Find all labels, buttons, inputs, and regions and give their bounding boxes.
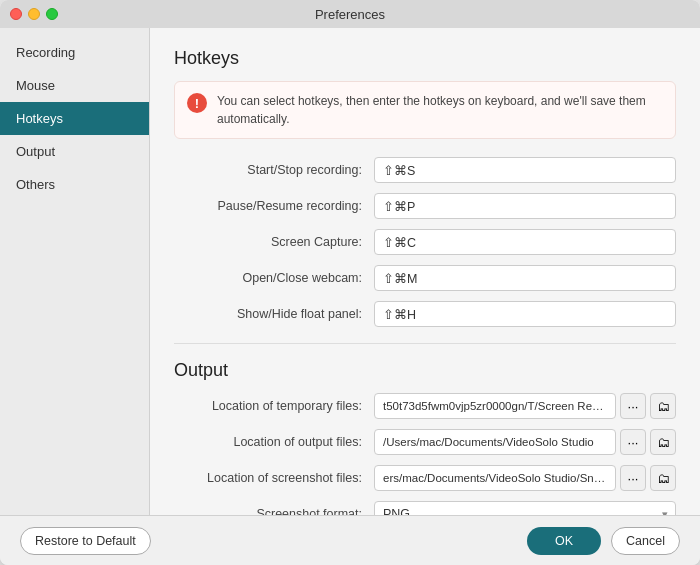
- path-input-temp[interactable]: [374, 393, 616, 419]
- sidebar-item-output[interactable]: Output: [0, 135, 149, 168]
- hotkey-input-capture[interactable]: [374, 229, 676, 255]
- folder-icon-3: 🗂: [657, 471, 670, 486]
- hotkey-row-float: Show/Hide float panel:: [174, 301, 676, 327]
- hotkey-input-float[interactable]: [374, 301, 676, 327]
- path-row-files: ··· 🗂: [374, 429, 676, 455]
- hotkey-input-webcam[interactable]: [374, 265, 676, 291]
- path-dots-btn-screenshot[interactable]: ···: [620, 465, 646, 491]
- path-folder-btn-screenshot[interactable]: 🗂: [650, 465, 676, 491]
- titlebar: Preferences: [0, 0, 700, 28]
- sidebar-item-mouse[interactable]: Mouse: [0, 69, 149, 102]
- main-content: Recording Mouse Hotkeys Output Others Ho…: [0, 28, 700, 515]
- hotkey-row-capture: Screen Capture:: [174, 229, 676, 255]
- screenshot-format-wrapper: PNG JPG BMP ▾: [374, 501, 676, 515]
- folder-icon-2: 🗂: [657, 435, 670, 450]
- output-title: Output: [174, 360, 676, 381]
- path-dots-btn-temp[interactable]: ···: [620, 393, 646, 419]
- sidebar-item-hotkeys[interactable]: Hotkeys: [0, 102, 149, 135]
- minimize-button[interactable]: [28, 8, 40, 20]
- hotkey-label-float: Show/Hide float panel:: [174, 307, 374, 321]
- path-folder-btn-files[interactable]: 🗂: [650, 429, 676, 455]
- ok-button[interactable]: OK: [527, 527, 601, 555]
- path-input-screenshot[interactable]: [374, 465, 616, 491]
- hotkey-row-webcam: Open/Close webcam:: [174, 265, 676, 291]
- section-divider: [174, 343, 676, 344]
- output-row-screenshot: Location of screenshot files: ··· 🗂: [174, 465, 676, 491]
- sidebar: Recording Mouse Hotkeys Output Others: [0, 28, 150, 515]
- folder-icon: 🗂: [657, 399, 670, 414]
- output-row-files: Location of output files: ··· 🗂: [174, 429, 676, 455]
- path-input-files[interactable]: [374, 429, 616, 455]
- output-label-files: Location of output files:: [174, 435, 374, 449]
- path-row-temp: ··· 🗂: [374, 393, 676, 419]
- cancel-button[interactable]: Cancel: [611, 527, 680, 555]
- hotkeys-title: Hotkeys: [174, 48, 676, 69]
- hotkey-input-start[interactable]: [374, 157, 676, 183]
- sidebar-item-recording[interactable]: Recording: [0, 36, 149, 69]
- info-text: You can select hotkeys, then enter the h…: [217, 92, 663, 128]
- hotkey-label-pause: Pause/Resume recording:: [174, 199, 374, 213]
- info-icon: !: [187, 93, 207, 113]
- output-label-screenshot: Location of screenshot files:: [174, 471, 374, 485]
- footer-right: OK Cancel: [527, 527, 680, 555]
- hotkey-input-pause[interactable]: [374, 193, 676, 219]
- path-folder-btn-temp[interactable]: 🗂: [650, 393, 676, 419]
- output-label-screenshot-format: Screenshot format:: [174, 507, 374, 515]
- output-row-temp: Location of temporary files: ··· 🗂: [174, 393, 676, 419]
- hotkey-row-pause: Pause/Resume recording:: [174, 193, 676, 219]
- main-panel: Hotkeys ! You can select hotkeys, then e…: [150, 28, 700, 515]
- screenshot-format-select[interactable]: PNG JPG BMP: [374, 501, 676, 515]
- output-row-screenshot-format: Screenshot format: PNG JPG BMP ▾: [174, 501, 676, 515]
- preferences-window: Preferences Recording Mouse Hotkeys Outp…: [0, 0, 700, 565]
- titlebar-controls: [10, 8, 58, 20]
- info-box: ! You can select hotkeys, then enter the…: [174, 81, 676, 139]
- path-dots-btn-files[interactable]: ···: [620, 429, 646, 455]
- footer: Restore to Default OK Cancel: [0, 515, 700, 565]
- hotkey-label-capture: Screen Capture:: [174, 235, 374, 249]
- hotkey-label-webcam: Open/Close webcam:: [174, 271, 374, 285]
- maximize-button[interactable]: [46, 8, 58, 20]
- path-row-screenshot: ··· 🗂: [374, 465, 676, 491]
- restore-default-button[interactable]: Restore to Default: [20, 527, 151, 555]
- close-button[interactable]: [10, 8, 22, 20]
- hotkey-row-start: Start/Stop recording:: [174, 157, 676, 183]
- sidebar-item-others[interactable]: Others: [0, 168, 149, 201]
- window-title: Preferences: [315, 7, 385, 22]
- output-label-temp: Location of temporary files:: [174, 399, 374, 413]
- hotkey-label-start: Start/Stop recording:: [174, 163, 374, 177]
